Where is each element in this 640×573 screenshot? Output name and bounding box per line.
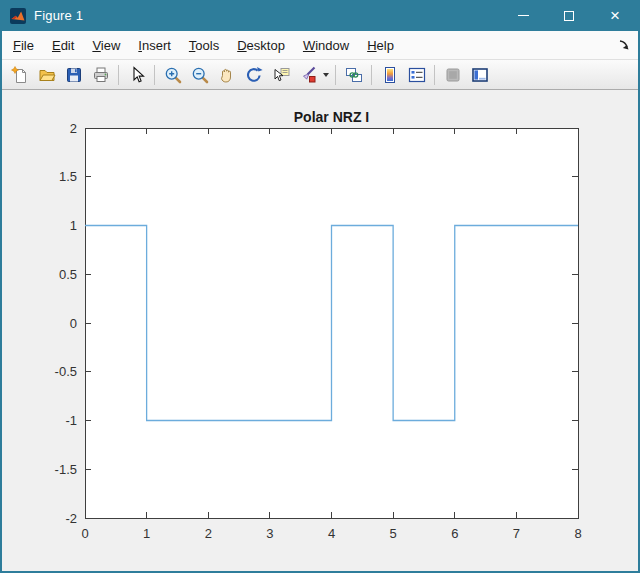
menu-item-file[interactable]: File xyxy=(4,33,43,58)
new-file-button[interactable] xyxy=(6,62,33,87)
toolbar-separator xyxy=(154,65,155,85)
figure-window: Figure 1 × FileEditViewInsertToolsDeskto… xyxy=(0,0,640,573)
dock-figure-button[interactable] xyxy=(617,38,631,52)
y-tick-label: 1.5 xyxy=(59,169,77,184)
menu-item-edit[interactable]: Edit xyxy=(43,33,83,58)
zoom-out-button[interactable] xyxy=(186,62,213,87)
pan-button[interactable] xyxy=(213,62,240,87)
maximize-icon xyxy=(564,11,574,21)
zoom-in-button[interactable] xyxy=(159,62,186,87)
printer-icon xyxy=(92,66,110,84)
toolbar xyxy=(2,60,638,90)
dropdown-caret-icon xyxy=(323,73,329,77)
brush-icon xyxy=(299,66,317,84)
plot-area: 012345678-2-1.5-1-0.500.511.52Polar NRZ … xyxy=(2,90,638,571)
window-title: Figure 1 xyxy=(34,8,83,23)
menu-item-help[interactable]: Help xyxy=(358,33,403,58)
brush-dropdown-button[interactable] xyxy=(321,62,331,87)
caption-buttons: × xyxy=(500,0,638,31)
close-button[interactable]: × xyxy=(592,0,638,31)
maximize-button[interactable] xyxy=(546,0,592,31)
colorbar-icon xyxy=(381,66,399,84)
x-tick-label: 6 xyxy=(451,526,458,541)
zoom-in-icon xyxy=(164,66,182,84)
insert-colorbar-button[interactable] xyxy=(376,62,403,87)
minimize-button[interactable] xyxy=(500,0,546,31)
x-tick-label: 5 xyxy=(390,526,397,541)
edit-plot-pointer-button[interactable] xyxy=(123,62,150,87)
open-folder-icon xyxy=(38,66,56,84)
legend-icon xyxy=(408,66,426,84)
y-tick-label: 1 xyxy=(70,218,77,233)
toolbar-separator xyxy=(118,65,119,85)
y-tick-label: 0.5 xyxy=(59,267,77,282)
link-plot-button[interactable] xyxy=(340,62,367,87)
y-tick-label: 0 xyxy=(70,316,77,331)
x-tick-label: 3 xyxy=(266,526,273,541)
show-plot-tools-button[interactable] xyxy=(466,62,493,87)
data-cursor-icon xyxy=(272,66,290,84)
zoom-out-icon xyxy=(191,66,209,84)
print-figure-button[interactable] xyxy=(87,62,114,87)
open-file-button[interactable] xyxy=(33,62,60,87)
pointer-arrow-icon xyxy=(128,66,146,84)
menu-item-view[interactable]: View xyxy=(83,33,129,58)
menu-item-desktop[interactable]: Desktop xyxy=(228,33,294,58)
link-plot-icon xyxy=(345,66,363,84)
pan-hand-icon xyxy=(218,66,236,84)
toolbar-separator xyxy=(434,65,435,85)
menu-item-window[interactable]: Window xyxy=(294,33,358,58)
hide-plot-tools-button[interactable] xyxy=(439,62,466,87)
menu-item-insert[interactable]: Insert xyxy=(129,33,180,58)
data-cursor-button[interactable] xyxy=(267,62,294,87)
x-tick-label: 2 xyxy=(205,526,212,541)
x-tick-label: 0 xyxy=(81,526,88,541)
matlab-logo-icon xyxy=(10,8,26,24)
menubar: FileEditViewInsertToolsDesktopWindowHelp xyxy=(2,31,638,60)
x-tick-label: 1 xyxy=(143,526,150,541)
menu-items: FileEditViewInsertToolsDesktopWindowHelp xyxy=(4,33,403,58)
dock-arrow-icon xyxy=(617,38,631,52)
insert-legend-button[interactable] xyxy=(403,62,430,87)
y-tick-label: 2 xyxy=(70,121,77,136)
titlebar[interactable]: Figure 1 × xyxy=(2,0,638,31)
x-tick-label: 4 xyxy=(328,526,335,541)
menu-item-tools[interactable]: Tools xyxy=(180,33,228,58)
rotate-3d-button[interactable] xyxy=(240,62,267,87)
x-tick-label: 8 xyxy=(574,526,581,541)
x-tick-label: 7 xyxy=(513,526,520,541)
toolbar-separator xyxy=(371,65,372,85)
figure-canvas: 012345678-2-1.5-1-0.500.511.52Polar NRZ … xyxy=(2,90,638,571)
rotate-3d-icon xyxy=(245,66,263,84)
plot-title: Polar NRZ I xyxy=(294,109,369,125)
save-figure-button[interactable] xyxy=(60,62,87,87)
save-floppy-icon xyxy=(65,66,83,84)
show-plot-tools-icon xyxy=(471,66,489,84)
minimize-icon xyxy=(518,15,529,16)
y-tick-label: -1.5 xyxy=(55,462,77,477)
hide-plot-tools-icon xyxy=(444,66,462,84)
close-icon: × xyxy=(610,7,620,24)
toolbar-separator xyxy=(335,65,336,85)
y-tick-label: -2 xyxy=(65,511,77,526)
y-tick-label: -1 xyxy=(65,413,77,428)
brush-data-button[interactable] xyxy=(294,62,321,87)
new-file-icon xyxy=(11,66,29,84)
y-tick-label: -0.5 xyxy=(55,364,77,379)
